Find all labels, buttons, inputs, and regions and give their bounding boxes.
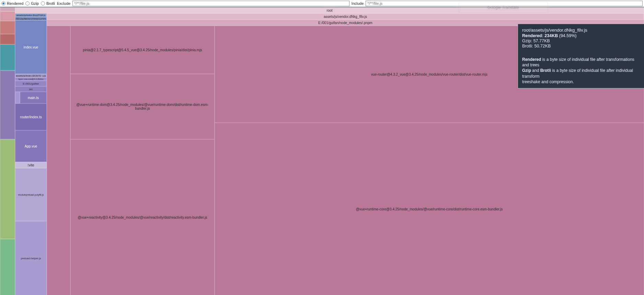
- cell-label: assets/js/vendor.dNkg_f8v.js: [324, 15, 367, 19]
- cell-label: vue-router@4.3.2_vue@3.4.25/node_modules…: [371, 73, 487, 76]
- tooltip-desc-bold: Brotli: [540, 68, 551, 73]
- cell-label: @vue+runtime-dom@3.4.25/node_modules/@vu…: [71, 103, 214, 110]
- cell-bundle-2[interactable]: assets/js/index.Bryy57y9.js: [15, 13, 47, 17]
- translate-label: Google Translate: [487, 5, 519, 10]
- cell-left-strip[interactable]: [47, 26, 70, 295]
- cell-label: @vue+runtime-core@3.4.25/node_modules/@v…: [356, 207, 503, 211]
- treemap-minibar: [0, 7, 15, 295]
- cell-reactivity[interactable]: @vue+reactivity@3.4.25/node_modules/@vue…: [70, 139, 215, 295]
- cell-bundle-3[interactable]: assets/js/index.BX2k7D_y.js: [15, 74, 47, 77]
- cell-label: index.vue: [24, 45, 38, 49]
- cell-app-vue[interactable]: App.vue: [15, 130, 47, 162]
- radio-gzip[interactable]: Gzip: [25, 1, 39, 6]
- tooltip-rendered-pct: (94.59%): [559, 33, 577, 38]
- cell-label: assets/js/index.BX2k7D_y.js: [16, 75, 46, 77]
- cell-pinia[interactable]: pinia@2.1.7_typescript@5.4.5_vue@3.4.25/…: [70, 26, 215, 74]
- radio-label: Gzip: [31, 1, 39, 6]
- tooltip-gzip-label: Gzip:: [522, 39, 532, 43]
- cell-vendor[interactable]: assets/js/vendor.dNkg_f8v.js: [47, 13, 644, 20]
- tooltip: root/assets/js/vendor.dNkg_f8v.js Render…: [518, 24, 644, 88]
- radio-icon: [1, 1, 5, 6]
- tooltip-gzip-value: 57.77KB: [533, 39, 550, 43]
- cell-label: router/index.ts: [20, 115, 42, 119]
- cell-label: modulepreload-polyfill.js: [18, 194, 44, 196]
- cell-label: E:/001/guifan/node_modules/.pnpm: [318, 21, 372, 25]
- radio-brotli[interactable]: Brotli: [41, 1, 55, 6]
- cell-bundle-2-sub[interactable]: E:/001/guifan/src/views/common: [15, 17, 47, 20]
- cell-router-index[interactable]: router/index.ts: [15, 103, 47, 130]
- cell-label:  vite: [27, 163, 34, 167]
- tooltip-desc-text: and: [531, 68, 540, 73]
- tooltip-desc-bold: Gzip: [522, 68, 531, 73]
- cell-label: main.ts: [28, 96, 39, 100]
- tooltip-rendered: Rendered: 234KB (94.59%): [522, 33, 640, 38]
- cell-label: pinia@2.1.7_typescript@5.4.5_vue@3.4.25/…: [83, 48, 202, 52]
- tooltip-desc-text: treeshake and compression.: [522, 79, 640, 85]
- tooltip-brotli-label: Brotli:: [522, 44, 533, 48]
- cell-vite[interactable]:  vite: [15, 162, 47, 168]
- tooltip-desc-bold: Rendered: [522, 57, 541, 62]
- cell-preload-helper[interactable]: preload-helper.js: [15, 221, 47, 295]
- cell-label: lignm vue+vue@3.4.25/dist: [19, 78, 44, 80]
- tooltip-rendered-value: 234KB: [544, 33, 558, 38]
- cell-label: E:/001/guifan: [23, 82, 39, 85]
- cell-runtime-dom[interactable]: @vue+runtime-dom@3.4.25/node_modules/@vu…: [70, 74, 215, 139]
- tooltip-brotli-value: 50.72KB: [534, 44, 551, 48]
- radio-label: Brotli: [46, 1, 55, 6]
- cell-index-vue[interactable]: index.vue: [15, 20, 47, 74]
- cell-src[interactable]: src: [15, 86, 47, 92]
- tooltip-desc: Rendered is a byte size of individual fi…: [522, 57, 640, 85]
- cell-eguifan[interactable]: E:/001/guifan: [15, 81, 47, 86]
- radio-icon: [41, 1, 45, 6]
- cell-label: E:/001/guifan/src/views/common: [15, 18, 47, 20]
- cell-label: assets/js/index.Bryy57y9.js: [16, 14, 45, 17]
- cell-main-ts[interactable]: main.ts: [20, 92, 47, 103]
- tooltip-gzip: Gzip: 57.77KB: [522, 39, 640, 43]
- google-translate-widget[interactable]: Google Translate: [459, 2, 548, 13]
- cell-main-side[interactable]: [15, 92, 20, 103]
- exclude-input[interactable]: [72, 1, 349, 6]
- cell-label: @vue+reactivity@3.4.25/node_modules/@vue…: [78, 216, 207, 219]
- cell-label: src: [29, 88, 33, 91]
- cell-label: App.vue: [25, 144, 37, 148]
- include-label: Include: [352, 1, 364, 6]
- exclude-label: Exclude: [57, 1, 70, 6]
- radio-rendered[interactable]: Rendered: [1, 1, 23, 6]
- tooltip-rendered-label: Rendered:: [522, 33, 543, 38]
- cell-label: preload-helper.js: [21, 257, 41, 260]
- cell-label: root: [326, 9, 332, 12]
- tooltip-path: root/assets/js/vendor.dNkg_f8v.js: [522, 28, 640, 33]
- cell-runtime-core[interactable]: @vue+runtime-core@3.4.25/node_modules/@v…: [215, 123, 644, 295]
- cell-bundle-3-sub[interactable]: lignm vue+vue@3.4.25/dist: [15, 77, 47, 81]
- cell-root[interactable]: root: [15, 7, 644, 13]
- tooltip-brotli: Brotli: 50.72KB: [522, 44, 640, 48]
- cell-modulepreload[interactable]: modulepreload-polyfill.js: [15, 168, 47, 221]
- radio-label: Rendered: [7, 1, 23, 6]
- radio-icon: [25, 1, 30, 6]
